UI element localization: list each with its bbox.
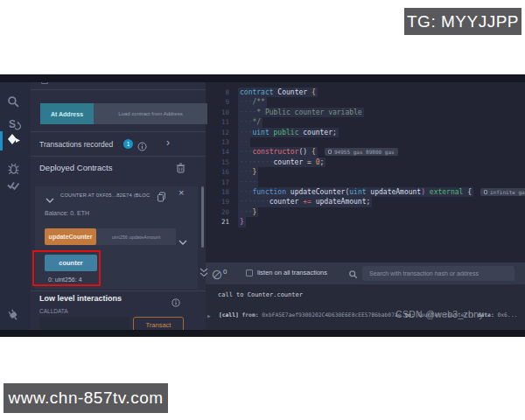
chevron-down-icon[interactable] [46,192,54,207]
line-number: 14 [206,147,229,157]
website-badge: www.chn-857tv.com [4,383,168,413]
code-text: ···*/ [238,117,262,127]
panel-scrollbar[interactable] [201,186,204,248]
transactions-count-badge: 1 [123,139,133,149]
code-line: 9···/** [206,97,525,107]
code-line: 16···} [206,167,525,177]
code-text: ····* Public counter variable [238,108,364,117]
line-number: 9 [206,97,229,107]
code-line: 10····* Public counter variable [206,108,525,117]
copy-icon[interactable] [157,190,166,206]
code-line: 12···uint public counter; [206,128,525,137]
unit-testing-icon[interactable] [7,178,21,192]
code-line: 17···· [206,178,525,187]
csdn-watermark: CSDN @web3_zbny [396,309,484,319]
code-line: 19·······counter += updateAmount; [206,197,525,206]
code-text: ···constructor() { [238,147,318,157]
code-text: ···} [238,167,258,177]
top-crop-band [0,74,525,82]
code-line: 13·· [206,137,525,147]
divider [31,290,206,291]
code-text: ···function updateCounter(uint updateAmo… [238,187,473,197]
terminal-search-input[interactable]: Search with transaction hash or address [362,266,514,281]
code-line: 21} [206,217,525,227]
line-number: 19 [206,197,229,206]
deploy-run-icon[interactable] [7,133,21,147]
info-icon[interactable] [172,295,180,311]
line-number: 20 [206,207,229,217]
code-line: 15········counter = 0; [206,158,525,167]
line-number: 17 [206,178,229,187]
transactions-recorded-label: Transactions recorded [39,140,113,149]
gas-icon [484,190,487,194]
debugger-icon[interactable] [7,162,21,176]
search-icon[interactable] [7,95,21,109]
code-text: ········counter = 0; [238,158,326,167]
at-address-input[interactable]: Load contract from Address [94,103,207,124]
contract-instance-title: COUNTER AT 0XF05...82E74 (BLOC [60,192,150,198]
deployed-contracts-title: Deployed Contracts [39,163,112,172]
code-text: ·······counter += updateAmount; [238,197,372,206]
code-text: } [238,217,246,227]
divider [31,131,206,132]
line-number: 18 [206,187,229,197]
code-line: 11···*/ [206,117,525,127]
divider [31,156,206,157]
code-text: ···uint public counter; [238,128,339,137]
listen-transactions-label: listen on all transactions [257,269,327,276]
chevron-right-icon[interactable]: › [166,136,170,149]
line-number: 11 [206,117,229,127]
terminal-toolbar: 0 listen on all transactions Search with… [206,262,525,284]
solidity-compiler-icon[interactable]: S [7,117,21,131]
line-number: 15 [206,158,229,167]
line-number: 8 [206,88,229,97]
double-chevron-down-icon[interactable] [200,266,208,282]
plugin-icon[interactable] [7,309,21,323]
code-line: 14···constructor() {94955 gas 89800 gas [206,147,525,157]
code-line: 8contract Counter { [206,88,525,97]
close-icon[interactable]: × [178,187,184,198]
balance-label: Balance: 0. ETH [45,210,89,216]
annotation-red-rectangle [32,250,101,286]
code-text: contract Counter { [238,88,318,97]
low-level-interactions-title: Low level interactions [39,294,122,303]
trash-icon[interactable] [176,161,186,177]
log-expand-caret[interactable]: ▶ [207,313,211,318]
telegram-badge: TG: MYYJJPP [404,8,522,35]
update-amount-input[interactable]: uint256 updateAmount [96,228,176,245]
code-text: ···· [238,178,258,187]
svg-text:S: S [9,118,16,130]
gas-icon [328,150,332,154]
code-text: ·· [238,137,250,147]
line-number: 12 [206,128,229,137]
screenshot-canvas: TG: MYYJJPP www.chn-857tv.com S [0,0,525,420]
code-text: ···} [238,207,258,217]
terminal-log[interactable]: call to Counter.counter ▶ [call] from: 0… [206,284,525,330]
bottom-crop-band [0,330,525,337]
terminal-log-header: call to Counter.counter [218,291,303,298]
at-address-button[interactable]: At Address [40,103,94,124]
terminal-count: 0 [223,268,227,276]
code-line: 18···function updateCounter(uint updateA… [206,187,525,197]
update-counter-button[interactable]: updateCounter [45,228,96,245]
line-number: 13 [206,137,229,147]
line-number: 16 [206,167,229,177]
clear-console-icon[interactable] [212,268,222,284]
code-line: 20···} [206,207,525,217]
code-editor[interactable]: 8contract Counter {9···/**10····* Public… [206,82,525,262]
gas-estimate-badge: 94955 gas 89800 gas [325,148,398,156]
activity-bar: S [0,74,31,337]
info-icon[interactable] [137,139,147,155]
code-text: ···/** [238,97,267,107]
active-plugin-indicator [0,131,3,150]
deploy-run-panel: Publish to IPFS At Address Load contract… [31,74,206,337]
calldata-label: CALLDATA [39,308,68,314]
divider [31,89,206,90]
line-number: 21 [206,217,229,227]
remix-ide-window: S Publish to IPFS At Address Load contra… [0,74,525,337]
chevron-down-icon[interactable] [178,234,187,249]
line-number: 10 [206,108,229,117]
listen-transactions-checkbox[interactable] [246,270,253,276]
search-icon [348,268,359,284]
gas-estimate-badge: infinite gas [480,188,525,196]
